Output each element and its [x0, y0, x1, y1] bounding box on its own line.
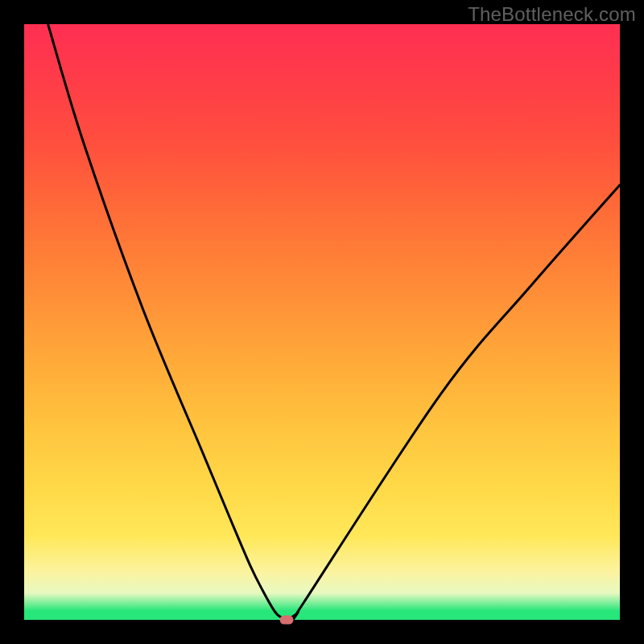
- chart-frame: TheBottleneck.com: [0, 0, 644, 644]
- bottleneck-curve: [24, 24, 620, 620]
- minimum-marker: [279, 616, 293, 625]
- plot-area: [24, 24, 620, 620]
- watermark-text: TheBottleneck.com: [468, 3, 636, 26]
